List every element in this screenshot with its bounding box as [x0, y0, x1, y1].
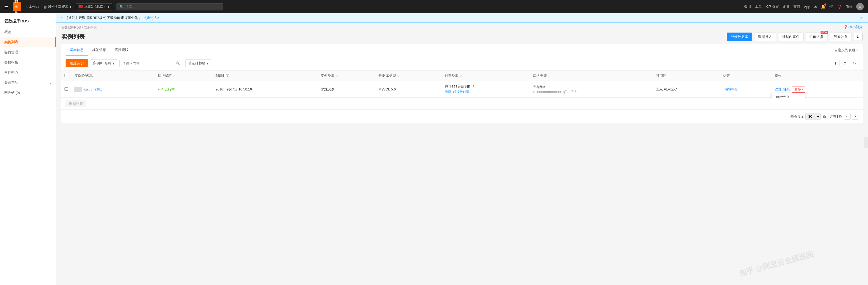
- billing-cell: 包月853天后到期 ? 续费 转按量付费: [441, 81, 530, 98]
- per-page-label: 每页显示: [790, 114, 804, 119]
- sidebar-recycle-label: 回收站 (0): [4, 90, 20, 95]
- filter-icon[interactable]: ▽: [397, 74, 399, 78]
- tag-cell: +编辑标签: [720, 81, 772, 98]
- chevron-down-icon: ∨: [49, 81, 52, 85]
- flag-icon: 🇨🇳: [79, 4, 83, 9]
- app-nav[interactable]: App: [804, 5, 810, 9]
- renew-link[interactable]: 续费: [445, 90, 451, 94]
- per-page-selector[interactable]: 30 50 100: [805, 113, 820, 120]
- sidebar-param-label: 参数模板: [4, 60, 18, 65]
- sidebar-related-label: 关联产品: [4, 80, 18, 85]
- notification-icon[interactable]: 🔔: [821, 4, 825, 9]
- performance-link[interactable]: 性能: [783, 87, 790, 92]
- cost-nav[interactable]: 费用: [744, 4, 751, 9]
- cart-icon[interactable]: 🛒: [829, 4, 834, 9]
- more-label: 更多: [794, 87, 801, 92]
- sidebar-title: 云数据库RDS: [0, 13, 56, 27]
- next-page-button[interactable]: >: [852, 114, 859, 119]
- tab-tag-info[interactable]: 标签信息: [88, 44, 111, 56]
- instance-type-cell: 常规实例: [317, 81, 375, 98]
- planned-events-button[interactable]: 计划内事件: [778, 33, 804, 41]
- sidebar-item-overview[interactable]: 概览: [0, 27, 56, 37]
- search-filter: 🔍: [119, 60, 183, 67]
- chevron-down-icon: ▾: [207, 61, 209, 65]
- page-header: 实例列表 登录数据库 数据导入 计划内事件 性能大盘 NEW 节省计划 ↻ ❓ …: [56, 33, 868, 44]
- savings-plan-button[interactable]: 节省计划: [830, 33, 851, 41]
- filter-actions: ⬇ ⚙ ↻: [832, 60, 859, 67]
- created-cell: 2016年9月7日 10:50:16: [212, 81, 317, 98]
- support-nav[interactable]: 支持: [793, 4, 800, 9]
- sidebar-item-instance-list[interactable]: 实例列表: [0, 37, 56, 47]
- tab-basic-info[interactable]: 基本信息: [66, 44, 88, 56]
- row-checkbox-cell: [61, 81, 71, 98]
- login-db-button[interactable]: 登录数据库: [727, 33, 752, 41]
- create-instance-button[interactable]: 创建实例: [66, 59, 88, 67]
- search-filter-button[interactable]: 🔍: [173, 60, 183, 67]
- select-all-checkbox[interactable]: [64, 74, 68, 77]
- manage-link[interactable]: 管理: [775, 87, 782, 92]
- enterprise-nav[interactable]: 企业: [783, 4, 789, 9]
- filter-icon[interactable]: ▽: [336, 74, 338, 78]
- th-created-label: 创建时间: [215, 74, 229, 78]
- search-input[interactable]: [125, 5, 220, 9]
- breadcrumb-sep: /: [82, 26, 83, 30]
- ticket-nav[interactable]: 工单: [755, 4, 762, 9]
- sidebar-item-param-template[interactable]: 参数模板: [0, 57, 56, 67]
- sidebar-item-recycle[interactable]: 回收站 (0): [0, 88, 56, 98]
- more-button[interactable]: 更多 ▾: [792, 86, 805, 93]
- page-title: 实例列表: [61, 33, 85, 41]
- perf-dashboard-button[interactable]: 性能大盘 NEW: [806, 33, 828, 41]
- breadcrumb-rds[interactable]: 云数据库RDS: [61, 25, 81, 30]
- sidebar-instance-list-label: 实例列表: [4, 40, 18, 45]
- download-button[interactable]: ⬇: [832, 60, 839, 67]
- search-input[interactable]: [120, 60, 173, 67]
- th-action-label: 操作: [775, 74, 782, 78]
- sidebar-overview-label: 概览: [4, 30, 11, 34]
- filter-icon[interactable]: ▽: [548, 74, 550, 78]
- grid-icon: ▦: [43, 5, 46, 9]
- rds-intro-link[interactable]: ❓ RDS简介: [843, 25, 863, 29]
- edit-tag-button[interactable]: 编辑标签: [66, 100, 86, 107]
- page-nav: < >: [844, 114, 859, 119]
- row-checkbox[interactable]: [64, 87, 68, 91]
- tab-high-perf[interactable]: 高性能版: [111, 44, 133, 56]
- close-icon[interactable]: ×: [856, 48, 859, 52]
- sidebar-item-backup[interactable]: 备份管理: [0, 47, 56, 57]
- pagination-total: 条，共有1条: [823, 114, 842, 119]
- sidebar-item-related-products[interactable]: 关联产品 ∨: [0, 78, 56, 88]
- hamburger-menu-icon[interactable]: ☰: [4, 4, 8, 9]
- filter-icon[interactable]: ▽: [460, 74, 462, 78]
- account-resources-nav[interactable]: ▦ 账号全部资源 ▾: [43, 4, 71, 9]
- id-name-filter-label: 实例ID/名称: [93, 61, 112, 66]
- id-name-filter[interactable]: 实例ID/名称 ▾: [90, 59, 117, 67]
- refresh-button[interactable]: ↻: [854, 33, 863, 41]
- tag-select-filter[interactable]: 请选择标签 ▾: [185, 59, 211, 67]
- email-icon[interactable]: ✉: [814, 4, 817, 9]
- instance-id-cell: ig70qn918z: [71, 81, 155, 98]
- chevron-down-icon: ▾: [108, 5, 110, 9]
- tab-tag-info-label: 标签信息: [92, 48, 106, 52]
- icp-nav[interactable]: ICP 备案: [765, 4, 779, 9]
- settings-button[interactable]: ⚙: [841, 60, 849, 67]
- th-db-type-label: 数据库类型: [378, 74, 396, 78]
- help-icon[interactable]: ❓: [837, 4, 842, 9]
- workbench-nav[interactable]: ⌂ 工作台: [26, 4, 39, 9]
- chevron-down-icon: ▾: [802, 88, 803, 91]
- customize-cols-btn[interactable]: 自定义列表项 ×: [834, 45, 859, 56]
- help-icon[interactable]: ?: [472, 85, 474, 89]
- dropdown-data-import[interactable]: 数据导入: [772, 93, 805, 98]
- region-selector[interactable]: 🇨🇳 华北2（北京） ▾: [76, 3, 112, 10]
- notice-close-btn[interactable]: ×: [860, 16, 863, 20]
- instance-link[interactable]: ig70qn918z: [84, 87, 102, 91]
- switch-billing-link[interactable]: 转按量付费: [453, 90, 469, 94]
- refresh-table-button[interactable]: ↻: [851, 60, 859, 67]
- edit-tag-link[interactable]: +编辑标签: [723, 87, 738, 91]
- filter-icon[interactable]: ▽: [173, 74, 175, 78]
- prev-page-button[interactable]: <: [844, 114, 851, 119]
- lang-switcher[interactable]: 简体: [846, 4, 852, 9]
- avatar[interactable]: U: [856, 3, 864, 10]
- notice-link[interactable]: 点击进入>: [144, 16, 159, 20]
- data-import-button[interactable]: 数据导入: [754, 33, 776, 41]
- sidebar-item-events[interactable]: 事件中心: [0, 67, 56, 78]
- main-layout: 云数据库RDS 概览 实例列表 备份管理 参数模板 事件中心 关联产品 ∨ 回收…: [0, 13, 868, 285]
